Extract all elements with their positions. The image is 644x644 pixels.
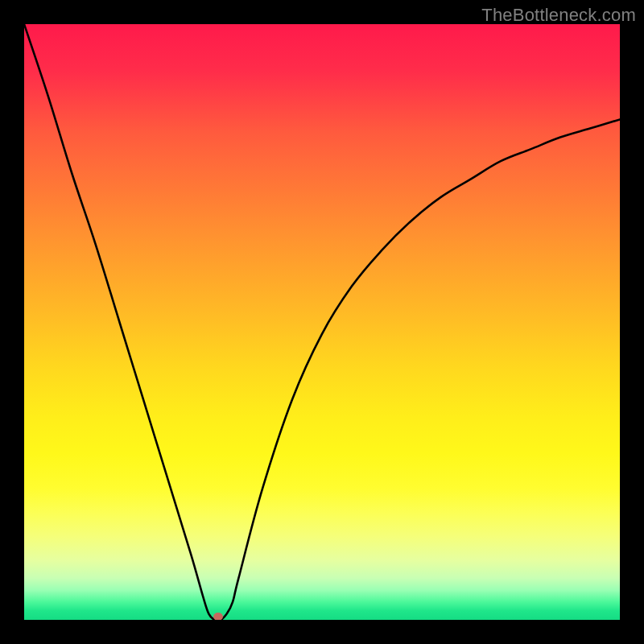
watermark-text: TheBottleneck.com [481, 5, 636, 26]
chart-frame: TheBottleneck.com [0, 0, 644, 644]
optimal-point-marker [213, 613, 223, 620]
bottleneck-curve [24, 24, 620, 620]
plot-area [24, 24, 620, 620]
